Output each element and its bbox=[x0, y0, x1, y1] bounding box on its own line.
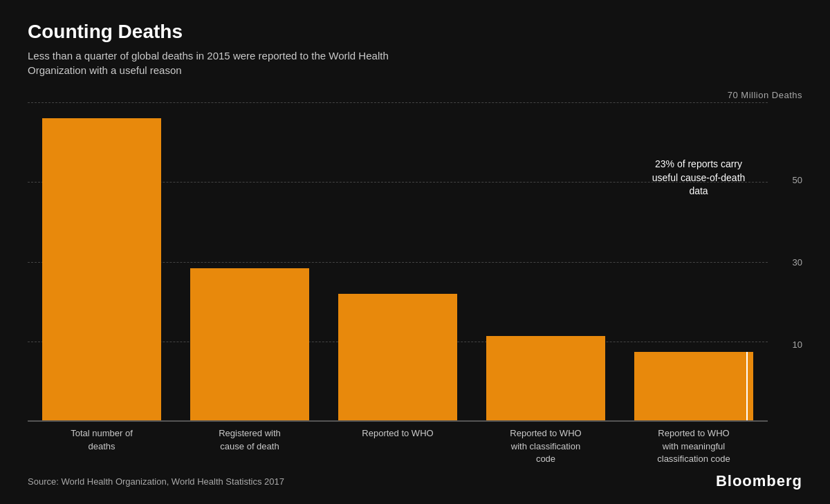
bar-reported-who bbox=[338, 294, 456, 422]
chart-title: Counting Deaths bbox=[28, 21, 802, 43]
x-labels-row: Total number of deathsRegistered with ca… bbox=[28, 427, 802, 465]
x-label-reported-meaningful: Reported to WHO with meaningful classifi… bbox=[620, 427, 768, 465]
footer: Source: World Health Organization, World… bbox=[28, 472, 802, 490]
bloomberg-logo: Bloomberg bbox=[716, 472, 802, 490]
grid-and-bars: 50 30 10 23% of reports carry useful cau… bbox=[28, 102, 802, 422]
source-text: Source: World Health Organization, World… bbox=[28, 476, 284, 487]
x-label-reported-who: Reported to WHO bbox=[324, 427, 472, 465]
y-label-30: 30 bbox=[793, 258, 802, 267]
y-axis-labels: 50 30 10 bbox=[769, 102, 802, 422]
bar-reported-code bbox=[486, 336, 605, 422]
x-label-reported-code: Reported to WHO with classification code bbox=[472, 427, 620, 465]
bar-group-total-deaths bbox=[28, 102, 176, 422]
bar-group-registered bbox=[176, 102, 324, 422]
bar-total-deaths bbox=[42, 118, 160, 422]
x-label-registered: Registered with cause of death bbox=[176, 427, 324, 465]
y-label-50: 50 bbox=[793, 176, 802, 185]
chart-subtitle: Less than a quarter of global deaths in … bbox=[28, 48, 429, 77]
y-label-10: 10 bbox=[793, 340, 802, 349]
bar-group-reported-meaningful bbox=[620, 102, 768, 422]
bar-group-reported-code bbox=[472, 102, 620, 422]
annotation-line bbox=[746, 352, 748, 422]
bar-group-reported-who bbox=[324, 102, 472, 422]
top-label: 70 Million Deaths bbox=[728, 90, 802, 100]
chart-container: Counting Deaths Less than a quarter of g… bbox=[0, 0, 830, 504]
x-axis-line bbox=[28, 420, 768, 422]
bar-reported-meaningful bbox=[634, 352, 753, 422]
bars-container bbox=[28, 102, 768, 422]
x-label-total-deaths: Total number of deaths bbox=[28, 427, 176, 465]
chart-area: 70 Million Deaths 50 30 10 23% of report… bbox=[28, 90, 802, 490]
bar-registered bbox=[190, 268, 308, 422]
